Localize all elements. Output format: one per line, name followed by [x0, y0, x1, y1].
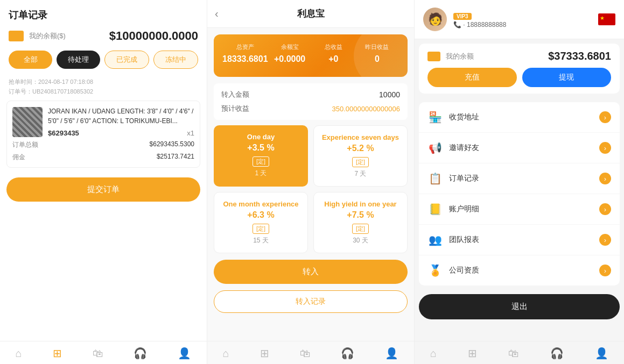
product-seven-days-days: 7 天 — [319, 169, 402, 179]
filter-pending[interactable]: 待处理 — [57, 51, 100, 69]
logout-button[interactable]: 退出 — [419, 294, 620, 319]
balance-icon — [9, 31, 24, 41]
predicted-value: 350.00000000000006 — [332, 105, 400, 113]
flag-icon: ★ — [598, 13, 615, 25]
menu-orders-label: 订单记录 — [449, 174, 593, 183]
order-product-row: JORAN IKAN / UDANG LENGTH: 3'8" / 4'0" /… — [12, 106, 194, 137]
transfer-amount-label: 转入金额 — [221, 90, 249, 99]
avatar-image: 🧑 — [423, 8, 447, 31]
left-nav-orders[interactable]: ⊞ — [53, 347, 62, 360]
order-card: JORAN IKAN / UDANG LENGTH: 3'8" / 4'0" /… — [6, 101, 200, 168]
mid-header: ‹ 利息宝 — [207, 0, 414, 28]
product-one-month-tag: [定] — [253, 224, 269, 234]
left-balance-label: 我的余额($) — [29, 31, 66, 41]
chevron-shipping: › — [599, 111, 611, 123]
transfer-record-button[interactable]: 转入记录 — [214, 290, 408, 313]
card-yesterday-income: 昨日收益 0 — [355, 43, 399, 64]
chevron-account: › — [599, 203, 611, 215]
action-buttons: 充值 提现 — [427, 68, 611, 87]
profile-icon: 👤 — [178, 347, 191, 360]
products-grid: One day +3.5 % [定] 1 天 Experience seven … — [214, 125, 408, 253]
right-nav-support[interactable]: 🎧 — [550, 347, 564, 360]
order-price: $6293435 — [48, 129, 79, 137]
menu-company-label: 公司资质 — [449, 266, 593, 275]
left-nav-shop[interactable]: 🛍 — [93, 347, 103, 360]
right-bottom-nav: ⌂ ⊞ 🛍 🎧 👤 — [415, 341, 624, 364]
left-nav-home[interactable]: ⌂ — [15, 347, 22, 360]
profile-icon-mid: 👤 — [385, 347, 398, 360]
left-balance-row: 我的余额($) $10000000.0000 — [0, 26, 207, 46]
product-seven-days[interactable]: Experience seven days +5.2 % [定] 7 天 — [313, 125, 408, 187]
profile-icon-right: 👤 — [595, 347, 608, 360]
orders-menu-icon: 📋 — [427, 171, 443, 186]
mid-nav-orders[interactable]: ⊞ — [260, 347, 269, 360]
order-meta: 抢单时间：2024-08-17 07:18:08 订单号：UB240817071… — [0, 73, 207, 98]
order-commission-row: 佣金 $25173.7421 — [12, 153, 194, 162]
orders-icon: ⊞ — [53, 347, 62, 360]
right-balance-row: 我的余额 $37333.6801 — [427, 50, 611, 62]
left-panel: 订单记录 我的余额($) $10000000.0000 全部 待处理 已完成 冻… — [0, 0, 207, 364]
menu-account-label: 账户明细 — [449, 204, 593, 214]
orders-icon-right: ⊞ — [468, 347, 477, 360]
mid-nav-profile[interactable]: 👤 — [385, 347, 398, 360]
product-one-year[interactable]: High yield in one year +7.5 % [定] 30 天 — [313, 192, 408, 253]
transfer-amount-value[interactable]: 10000 — [379, 90, 400, 99]
chevron-invite: › — [599, 142, 611, 154]
withdraw-button[interactable]: 提现 — [522, 68, 612, 87]
transfer-input-section: 转入金额 10000 预计收益 350.00000000000006 — [214, 83, 408, 120]
menu-shipping-label: 收货地址 — [449, 112, 593, 122]
product-one-month-days: 15 天 — [220, 236, 302, 245]
filter-row: 全部 待处理 已完成 冻结中 — [0, 46, 207, 73]
menu-item-team[interactable]: 👥 团队报表 › — [419, 225, 620, 255]
phone-number: 📞 · 18888888888 — [453, 21, 506, 28]
left-nav-support[interactable]: 🎧 — [134, 347, 147, 360]
product-seven-days-title: Experience seven days — [319, 133, 402, 141]
mid-nav-home[interactable]: ⌂ — [222, 347, 229, 360]
account-icon: 📒 — [427, 202, 443, 217]
predicted-income-row: 预计收益 350.00000000000006 — [221, 104, 400, 113]
chevron-orders: › — [599, 173, 611, 184]
right-nav-profile[interactable]: 👤 — [595, 347, 608, 360]
menu-invite-label: 邀请好友 — [449, 143, 593, 153]
menu-item-invite[interactable]: 📢 邀请好友 › — [419, 133, 620, 163]
chevron-company: › — [599, 265, 611, 276]
shop-icon: 🛍 — [93, 347, 103, 360]
filter-frozen[interactable]: 冻结中 — [153, 51, 198, 69]
menu-item-account[interactable]: 📒 账户明细 › — [419, 194, 620, 225]
mid-title: 利息宝 — [297, 8, 325, 20]
mid-nav-support[interactable]: 🎧 — [341, 347, 354, 360]
invite-icon: 📢 — [427, 140, 443, 155]
user-info: VIP3 📞 · 18888888888 — [453, 11, 506, 28]
recharge-button[interactable]: 充值 — [427, 68, 517, 87]
filter-all[interactable]: 全部 — [9, 51, 52, 69]
product-one-year-rate: +7.5 % — [319, 210, 402, 220]
right-nav-home[interactable]: ⌂ — [430, 347, 437, 360]
product-one-day[interactable]: One day +3.5 % [定] 1 天 — [214, 125, 308, 187]
left-title: 订单记录 — [0, 0, 207, 26]
commission-label: 佣金 — [12, 153, 25, 162]
vip-badge: VIP3 — [453, 13, 472, 20]
order-title: JORAN IKAN / UDANG LENGTH: 3'8" / 4'0" /… — [48, 106, 194, 126]
chevron-team: › — [599, 234, 611, 246]
menu-item-company[interactable]: 🏅 公司资质 › — [419, 255, 620, 286]
product-one-month-title: One month experience — [220, 200, 302, 208]
card-total-assets: 总资产 18333.6801 — [222, 43, 268, 64]
menu-item-orders[interactable]: 📋 订单记录 › — [419, 163, 620, 194]
filter-done[interactable]: 已完成 — [104, 51, 149, 69]
transfer-button[interactable]: 转入 — [214, 260, 408, 284]
mid-nav-shop[interactable]: 🛍 — [300, 347, 311, 360]
submit-order-button[interactable]: 提交订单 — [6, 177, 200, 202]
menu-item-shipping[interactable]: 🏪 收货地址 › — [419, 102, 620, 133]
back-button[interactable]: ‹ — [215, 8, 219, 20]
left-nav-profile[interactable]: 👤 — [178, 347, 191, 360]
right-nav-orders[interactable]: ⊞ — [468, 347, 477, 360]
product-one-day-rate: +3.5 % — [219, 143, 303, 153]
right-balance-amount: $37333.6801 — [548, 50, 611, 62]
product-one-month[interactable]: One month experience +6.3 % [定] 15 天 — [214, 192, 308, 253]
right-balance-section: 我的余额 $37333.6801 充值 提现 — [419, 44, 620, 94]
menu-team-label: 团队报表 — [449, 235, 593, 245]
card-balance-bao: 余额宝 +0.0000 — [268, 43, 312, 64]
transfer-amount-row: 转入金额 10000 — [221, 90, 400, 99]
product-one-month-rate: +6.3 % — [220, 210, 302, 220]
right-nav-shop[interactable]: 🛍 — [508, 347, 519, 360]
